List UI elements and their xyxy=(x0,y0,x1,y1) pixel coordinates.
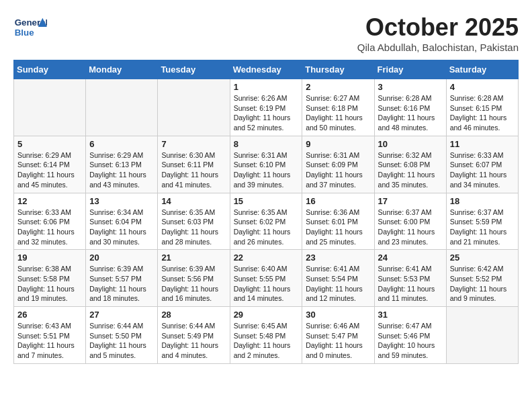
calendar-cell: 10Sunrise: 6:32 AM Sunset: 6:08 PM Dayli… xyxy=(374,136,446,193)
day-number: 7 xyxy=(161,139,226,149)
month-title: October 2025 xyxy=(357,13,519,42)
day-number: 1 xyxy=(234,82,299,92)
day-number: 22 xyxy=(234,253,299,263)
calendar-cell: 5Sunrise: 6:29 AM Sunset: 6:14 PM Daylig… xyxy=(14,136,86,193)
calendar-cell: 4Sunrise: 6:28 AM Sunset: 6:15 PM Daylig… xyxy=(446,79,518,136)
calendar-cell: 31Sunrise: 6:47 AM Sunset: 5:46 PM Dayli… xyxy=(374,307,446,364)
day-number: 29 xyxy=(234,310,299,320)
day-number: 23 xyxy=(306,253,370,263)
day-info: Sunrise: 6:42 AM Sunset: 5:52 PM Dayligh… xyxy=(450,264,515,304)
calendar-cell xyxy=(158,79,230,136)
day-number: 28 xyxy=(161,310,226,320)
day-number: 24 xyxy=(378,253,443,263)
day-info: Sunrise: 6:27 AM Sunset: 6:18 PM Dayligh… xyxy=(306,93,370,133)
day-number: 17 xyxy=(378,196,443,206)
day-number: 3 xyxy=(378,82,443,92)
calendar-cell: 3Sunrise: 6:28 AM Sunset: 6:16 PM Daylig… xyxy=(374,79,446,136)
day-number: 9 xyxy=(306,139,370,149)
day-info: Sunrise: 6:39 AM Sunset: 5:57 PM Dayligh… xyxy=(89,264,154,304)
day-info: Sunrise: 6:28 AM Sunset: 6:15 PM Dayligh… xyxy=(450,93,515,133)
calendar-cell: 21Sunrise: 6:39 AM Sunset: 5:56 PM Dayli… xyxy=(158,250,230,307)
calendar-week-5: 26Sunrise: 6:43 AM Sunset: 5:51 PM Dayli… xyxy=(14,307,519,364)
day-info: Sunrise: 6:34 AM Sunset: 6:04 PM Dayligh… xyxy=(89,208,154,247)
day-info: Sunrise: 6:33 AM Sunset: 6:06 PM Dayligh… xyxy=(17,208,82,247)
calendar-week-3: 12Sunrise: 6:33 AM Sunset: 6:06 PM Dayli… xyxy=(14,193,519,250)
calendar-cell xyxy=(14,79,86,136)
calendar-week-4: 19Sunrise: 6:38 AM Sunset: 5:58 PM Dayli… xyxy=(14,250,519,307)
calendar-cell: 1Sunrise: 6:26 AM Sunset: 6:19 PM Daylig… xyxy=(230,79,302,136)
day-number: 5 xyxy=(17,139,82,149)
logo-icon: General Blue xyxy=(13,13,47,40)
calendar-cell: 23Sunrise: 6:41 AM Sunset: 5:54 PM Dayli… xyxy=(302,250,374,307)
day-info: Sunrise: 6:37 AM Sunset: 6:00 PM Dayligh… xyxy=(378,208,443,247)
calendar-cell: 27Sunrise: 6:44 AM Sunset: 5:50 PM Dayli… xyxy=(86,307,158,364)
calendar-cell: 11Sunrise: 6:33 AM Sunset: 6:07 PM Dayli… xyxy=(446,136,518,193)
day-info: Sunrise: 6:45 AM Sunset: 5:48 PM Dayligh… xyxy=(234,321,299,361)
day-number: 31 xyxy=(378,310,443,320)
day-number: 6 xyxy=(89,139,154,149)
day-number: 30 xyxy=(306,310,370,320)
day-info: Sunrise: 6:31 AM Sunset: 6:09 PM Dayligh… xyxy=(306,150,370,190)
day-number: 27 xyxy=(89,310,154,320)
day-number: 10 xyxy=(378,139,443,149)
title-block: October 2025 Qila Abdullah, Balochistan,… xyxy=(357,13,519,53)
col-header-friday: Friday xyxy=(374,60,446,79)
day-info: Sunrise: 6:40 AM Sunset: 5:55 PM Dayligh… xyxy=(234,264,299,304)
calendar-cell xyxy=(86,79,158,136)
col-header-thursday: Thursday xyxy=(302,60,374,79)
day-info: Sunrise: 6:46 AM Sunset: 5:47 PM Dayligh… xyxy=(306,321,370,361)
day-info: Sunrise: 6:35 AM Sunset: 6:03 PM Dayligh… xyxy=(161,208,226,247)
calendar-cell: 24Sunrise: 6:41 AM Sunset: 5:53 PM Dayli… xyxy=(374,250,446,307)
calendar-week-2: 5Sunrise: 6:29 AM Sunset: 6:14 PM Daylig… xyxy=(14,136,519,193)
day-number: 2 xyxy=(306,82,370,92)
day-number: 26 xyxy=(17,310,82,320)
day-number: 19 xyxy=(17,253,82,263)
day-number: 14 xyxy=(161,196,226,206)
day-info: Sunrise: 6:44 AM Sunset: 5:50 PM Dayligh… xyxy=(89,321,154,361)
logo: General Blue xyxy=(13,13,50,40)
calendar-cell: 20Sunrise: 6:39 AM Sunset: 5:57 PM Dayli… xyxy=(86,250,158,307)
day-number: 21 xyxy=(161,253,226,263)
calendar-cell: 16Sunrise: 6:36 AM Sunset: 6:01 PM Dayli… xyxy=(302,193,374,250)
day-number: 16 xyxy=(306,196,370,206)
calendar-cell: 14Sunrise: 6:35 AM Sunset: 6:03 PM Dayli… xyxy=(158,193,230,250)
calendar-cell: 22Sunrise: 6:40 AM Sunset: 5:55 PM Dayli… xyxy=(230,250,302,307)
calendar-cell xyxy=(446,307,518,364)
calendar-cell: 28Sunrise: 6:44 AM Sunset: 5:49 PM Dayli… xyxy=(158,307,230,364)
day-info: Sunrise: 6:35 AM Sunset: 6:02 PM Dayligh… xyxy=(234,208,299,247)
day-info: Sunrise: 6:31 AM Sunset: 6:10 PM Dayligh… xyxy=(234,150,299,190)
calendar-cell: 26Sunrise: 6:43 AM Sunset: 5:51 PM Dayli… xyxy=(14,307,86,364)
day-number: 25 xyxy=(450,253,515,263)
day-info: Sunrise: 6:32 AM Sunset: 6:08 PM Dayligh… xyxy=(378,150,443,190)
day-number: 15 xyxy=(234,196,299,206)
day-number: 11 xyxy=(450,139,515,149)
day-info: Sunrise: 6:28 AM Sunset: 6:16 PM Dayligh… xyxy=(378,93,443,133)
day-info: Sunrise: 6:26 AM Sunset: 6:19 PM Dayligh… xyxy=(234,93,299,133)
calendar-cell: 7Sunrise: 6:30 AM Sunset: 6:11 PM Daylig… xyxy=(158,136,230,193)
calendar-cell: 6Sunrise: 6:29 AM Sunset: 6:13 PM Daylig… xyxy=(86,136,158,193)
calendar-header-row: SundayMondayTuesdayWednesdayThursdayFrid… xyxy=(14,60,519,79)
calendar-cell: 9Sunrise: 6:31 AM Sunset: 6:09 PM Daylig… xyxy=(302,136,374,193)
page-header: General Blue October 2025 Qila Abdullah,… xyxy=(13,13,519,53)
col-header-monday: Monday xyxy=(86,60,158,79)
day-info: Sunrise: 6:29 AM Sunset: 6:14 PM Dayligh… xyxy=(17,150,82,190)
calendar-table: SundayMondayTuesdayWednesdayThursdayFrid… xyxy=(13,60,519,364)
col-header-saturday: Saturday xyxy=(446,60,518,79)
day-info: Sunrise: 6:41 AM Sunset: 5:53 PM Dayligh… xyxy=(378,264,443,304)
calendar-cell: 29Sunrise: 6:45 AM Sunset: 5:48 PM Dayli… xyxy=(230,307,302,364)
location: Qila Abdullah, Balochistan, Pakistan xyxy=(357,42,519,53)
calendar-cell: 30Sunrise: 6:46 AM Sunset: 5:47 PM Dayli… xyxy=(302,307,374,364)
calendar-cell: 2Sunrise: 6:27 AM Sunset: 6:18 PM Daylig… xyxy=(302,79,374,136)
calendar-cell: 15Sunrise: 6:35 AM Sunset: 6:02 PM Dayli… xyxy=(230,193,302,250)
col-header-wednesday: Wednesday xyxy=(230,60,302,79)
day-number: 13 xyxy=(89,196,154,206)
calendar-cell: 25Sunrise: 6:42 AM Sunset: 5:52 PM Dayli… xyxy=(446,250,518,307)
day-info: Sunrise: 6:30 AM Sunset: 6:11 PM Dayligh… xyxy=(161,150,226,190)
calendar-cell: 13Sunrise: 6:34 AM Sunset: 6:04 PM Dayli… xyxy=(86,193,158,250)
calendar-cell: 18Sunrise: 6:37 AM Sunset: 5:59 PM Dayli… xyxy=(446,193,518,250)
calendar-cell: 19Sunrise: 6:38 AM Sunset: 5:58 PM Dayli… xyxy=(14,250,86,307)
col-header-sunday: Sunday xyxy=(14,60,86,79)
day-number: 8 xyxy=(234,139,299,149)
day-number: 12 xyxy=(17,196,82,206)
calendar-cell: 12Sunrise: 6:33 AM Sunset: 6:06 PM Dayli… xyxy=(14,193,86,250)
